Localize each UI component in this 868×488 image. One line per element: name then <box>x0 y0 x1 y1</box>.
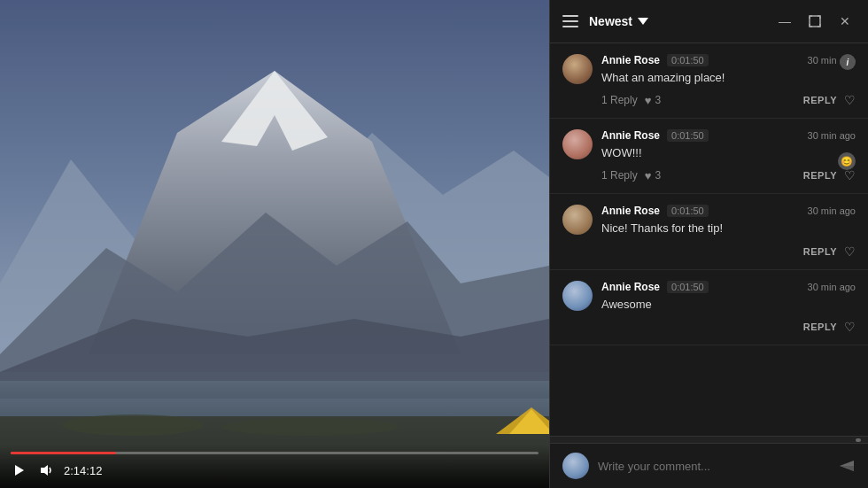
minimize-button[interactable]: — <box>774 11 795 32</box>
like-button[interactable]: ♡ <box>844 93 856 107</box>
reply-count-text[interactable]: 1 Reply <box>601 94 638 106</box>
comment-item: Annie Rose 0:01:50 30 min ago Awesome RE… <box>550 270 868 345</box>
reply-count: 1 Reply ♥ 3 <box>601 169 661 182</box>
reply-count-text[interactable]: 1 Reply <box>601 169 638 182</box>
comment-time: 30 min ago <box>808 130 856 141</box>
like-button[interactable]: ♡ <box>844 168 856 182</box>
action-buttons: REPLY ♡ <box>803 244 856 259</box>
avatar <box>562 129 593 159</box>
comment-meta: Annie Rose 0:01:50 30 min ago What an am… <box>601 54 856 107</box>
hamburger-line-3 <box>562 26 578 27</box>
sort-button[interactable]: Newest <box>589 14 648 28</box>
comment-author: Annie Rose <box>601 205 660 217</box>
comment-time: 30 min ago <box>808 282 856 292</box>
like-button[interactable]: ♡ <box>844 320 856 334</box>
input-user-avatar <box>562 453 589 479</box>
action-buttons: REPLY ♡ <box>803 320 856 334</box>
scroll-spacer <box>550 345 868 372</box>
avatar <box>562 281 593 311</box>
svg-marker-12 <box>15 465 24 476</box>
send-button[interactable] <box>838 457 856 475</box>
video-controls: 2:14:12 <box>0 445 549 488</box>
svg-marker-14 <box>638 18 648 25</box>
comment-text: WOW!!! <box>601 145 856 161</box>
reply-button[interactable]: REPLY <box>803 246 837 257</box>
heart-icon: ♥ <box>645 94 652 107</box>
avatar <box>562 205 593 235</box>
svg-marker-13 <box>41 465 48 476</box>
svg-point-9 <box>221 418 399 436</box>
window-controls: — ✕ <box>774 11 856 32</box>
comment-meta: Annie Rose 0:01:50 30 min ago Nice! Than… <box>601 205 856 258</box>
comment-text: Awesome <box>601 297 856 313</box>
like-info: ♥ 3 <box>645 169 661 182</box>
comments-panel: Newest — ✕ <box>549 0 868 488</box>
comment-item: Annie Rose 0:01:50 30 min ago WOW!!! 1 R… <box>550 119 868 194</box>
sort-label: Newest <box>589 14 632 28</box>
comment-meta: Annie Rose 0:01:50 30 min ago Awesome RE… <box>601 281 856 334</box>
comment-actions: 1 Reply ♥ 3 REPLY ♡ <box>601 168 856 182</box>
comment-text: What an amazing place! <box>601 70 856 86</box>
volume-button[interactable] <box>37 461 55 479</box>
video-background <box>0 0 549 488</box>
comment-item: Annie Rose 0:01:50 30 min ago What an am… <box>550 43 868 119</box>
like-count: 3 <box>655 169 661 182</box>
reply-count: 1 Reply ♥ 3 <box>601 94 661 107</box>
video-timestamp[interactable]: 0:01:50 <box>667 129 709 142</box>
comment-author: Annie Rose <box>601 54 660 66</box>
comment-author: Annie Rose <box>601 129 660 142</box>
info-icon[interactable]: i <box>840 54 856 70</box>
panel-header: Newest — ✕ <box>550 0 868 43</box>
hamburger-line-2 <box>562 20 578 22</box>
action-buttons: REPLY ♡ <box>803 168 856 182</box>
reply-button[interactable]: REPLY <box>803 95 837 105</box>
menu-button[interactable] <box>562 15 578 27</box>
hamburger-line-1 <box>562 15 578 17</box>
comment-input-area <box>550 443 868 488</box>
comment-actions: REPLY ♡ <box>601 320 856 334</box>
comment-actions: REPLY ♡ <box>601 244 856 259</box>
comment-input[interactable] <box>598 460 829 473</box>
comment-time: 30 min ago <box>808 205 856 216</box>
heart-icon: ♥ <box>645 169 652 182</box>
close-button[interactable]: ✕ <box>834 11 856 32</box>
scroll-progress-bar[interactable] <box>550 436 868 443</box>
play-button[interactable] <box>11 461 28 479</box>
comments-list[interactable]: Annie Rose 0:01:50 30 min ago What an am… <box>550 43 868 436</box>
video-panel: 2:14:12 <box>0 0 549 488</box>
comment-author: Annie Rose <box>601 281 660 293</box>
reply-button[interactable]: REPLY <box>803 170 837 181</box>
reply-button[interactable]: REPLY <box>803 321 837 332</box>
progress-bar[interactable] <box>11 452 539 454</box>
svg-point-8 <box>62 414 204 436</box>
like-count: 3 <box>655 94 661 106</box>
video-timestamp[interactable]: 0:01:50 <box>667 54 709 66</box>
video-timestamp[interactable]: 0:01:50 <box>667 281 709 293</box>
comment-item: Annie Rose 0:01:50 30 min ago Nice! Than… <box>550 194 868 269</box>
like-info: ♥ 3 <box>645 94 661 107</box>
action-buttons: REPLY ♡ <box>803 93 856 107</box>
like-button[interactable]: ♡ <box>844 244 856 259</box>
svg-rect-15 <box>810 16 820 27</box>
progress-fill <box>11 452 116 454</box>
comment-text: Nice! Thanks for the tip! <box>601 221 856 236</box>
scroll-thumb <box>856 438 861 442</box>
avatar <box>562 54 593 84</box>
comment-actions: 1 Reply ♥ 3 REPLY ♡ <box>601 93 856 107</box>
expand-button[interactable] <box>804 11 825 32</box>
comment-meta: Annie Rose 0:01:50 30 min ago WOW!!! 1 R… <box>601 129 856 182</box>
video-timestamp[interactable]: 0:01:50 <box>667 205 709 217</box>
time-display: 2:14:12 <box>64 464 102 477</box>
